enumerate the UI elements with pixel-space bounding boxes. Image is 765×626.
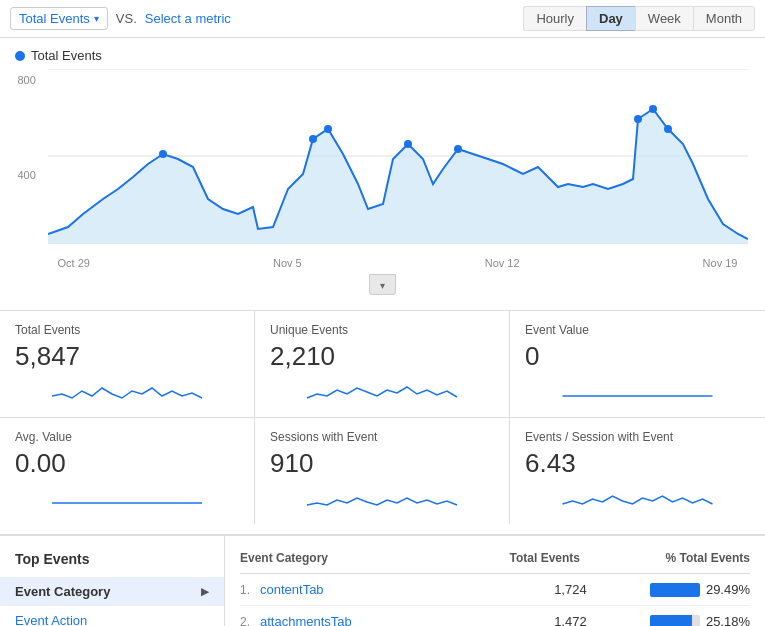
stat-value-events-per-session: 6.43 (525, 448, 750, 479)
svg-point-4 (159, 150, 167, 158)
stat-card-total-events: Total Events 5,847 (0, 311, 255, 418)
svg-point-5 (309, 135, 317, 143)
row-pct-2: 25.18% (706, 614, 750, 626)
y-label-400: 400 (18, 169, 36, 181)
nav-item-event-category[interactable]: Event Category ▶ (0, 577, 224, 606)
x-labels: Oct 29 Nov 5 Nov 12 Nov 19 (48, 257, 748, 269)
svg-point-11 (664, 125, 672, 133)
stat-label-total-events: Total Events (15, 323, 239, 337)
stat-label-avg-value: Avg. Value (15, 430, 239, 444)
nav-item-event-action-label: Event Action (15, 613, 87, 626)
stat-value-avg-value: 0.00 (15, 448, 239, 479)
stat-value-total-events: 5,847 (15, 341, 239, 372)
stat-label-events-per-session: Events / Session with Event (525, 430, 750, 444)
time-tabs: Hourly Day Week Month (523, 6, 755, 31)
sparkline-total-events (15, 376, 239, 406)
svg-point-9 (634, 115, 642, 123)
row-count-1: 1,724 (478, 582, 587, 597)
bar-bg-2 (650, 615, 700, 627)
table-row: 1. contentTab 1,724 29.49% (240, 574, 750, 606)
stat-label-event-value: Event Value (525, 323, 750, 337)
x-label-oct29: Oct 29 (58, 257, 90, 269)
stat-card-events-per-session: Events / Session with Event 6.43 (510, 418, 765, 524)
col-header-percent: % Total Events (580, 551, 750, 565)
sparkline-sessions (270, 483, 494, 513)
dropdown-icon: ▾ (94, 13, 99, 24)
x-label-nov19: Nov 19 (703, 257, 738, 269)
chart-collapse: ▾ (15, 274, 750, 295)
left-nav: Top Events Event Category ▶ Event Action… (0, 536, 225, 626)
row-bar-cell-1: 29.49% (587, 582, 750, 597)
stats-grid: Total Events 5,847 Unique Events 2,210 E… (0, 310, 765, 524)
nav-arrow-icon: ▶ (201, 586, 209, 597)
toolbar: Total Events ▾ VS. Select a metric Hourl… (0, 0, 765, 38)
svg-point-7 (404, 140, 412, 148)
bar-bg-1 (650, 583, 700, 597)
toolbar-left: Total Events ▾ VS. Select a metric (10, 7, 231, 30)
row-bar-cell-2: 25.18% (587, 614, 750, 626)
row-name-1[interactable]: contentTab (260, 582, 478, 597)
row-name-2[interactable]: attachmentsTab (260, 614, 478, 626)
tab-month[interactable]: Month (693, 6, 755, 31)
row-count-2: 1,472 (478, 614, 587, 626)
svg-marker-3 (48, 109, 748, 244)
bar-fill-2 (650, 615, 693, 627)
stat-card-avg-value: Avg. Value 0.00 (0, 418, 255, 524)
select-metric[interactable]: Select a metric (145, 11, 231, 26)
chart-area: Total Events 800 400 (0, 38, 765, 300)
sparkline-events-per-session (525, 483, 750, 513)
metric-selector[interactable]: Total Events ▾ (10, 7, 108, 30)
x-label-nov5: Nov 5 (273, 257, 302, 269)
x-label-nov12: Nov 12 (485, 257, 520, 269)
y-axis: 800 400 (18, 69, 36, 269)
stat-label-sessions: Sessions with Event (270, 430, 494, 444)
table-row: 2. attachmentsTab 1,472 25.18% (240, 606, 750, 626)
chart-legend: Total Events (15, 48, 750, 63)
tab-hourly[interactable]: Hourly (523, 6, 586, 31)
col-header-category: Event Category (240, 551, 467, 565)
stat-value-unique-events: 2,210 (270, 341, 494, 372)
row-num-1: 1. (240, 583, 260, 597)
tab-day[interactable]: Day (586, 6, 635, 31)
stat-value-sessions: 910 (270, 448, 494, 479)
tab-week[interactable]: Week (635, 6, 693, 31)
bar-fill-1 (650, 583, 700, 597)
legend-dot (15, 51, 25, 61)
collapse-button[interactable]: ▾ (369, 274, 396, 295)
nav-item-event-action[interactable]: Event Action (0, 606, 224, 626)
chart-container: 800 400 (18, 69, 748, 269)
row-pct-1: 29.49% (706, 582, 750, 597)
right-table: Event Category Total Events % Total Even… (225, 536, 765, 626)
svg-point-10 (649, 105, 657, 113)
stat-label-unique-events: Unique Events (270, 323, 494, 337)
bottom-section: Top Events Event Category ▶ Event Action… (0, 534, 765, 626)
collapse-arrow-icon: ▾ (380, 280, 385, 291)
stat-value-event-value: 0 (525, 341, 750, 372)
table-header: Event Category Total Events % Total Even… (240, 546, 750, 574)
nav-item-event-category-label: Event Category (15, 584, 110, 599)
top-events-header: Top Events (0, 546, 224, 577)
stat-card-unique-events: Unique Events 2,210 (255, 311, 510, 418)
svg-point-8 (454, 145, 462, 153)
col-header-events: Total Events (467, 551, 580, 565)
metric-label: Total Events (19, 11, 90, 26)
legend-label: Total Events (31, 48, 102, 63)
stat-card-event-value: Event Value 0 (510, 311, 765, 418)
vs-label: VS. (116, 11, 137, 26)
chart-svg (48, 69, 748, 244)
y-label-800: 800 (18, 74, 36, 86)
row-num-2: 2. (240, 615, 260, 627)
stat-card-sessions: Sessions with Event 910 (255, 418, 510, 524)
svg-point-6 (324, 125, 332, 133)
sparkline-avg-value (15, 483, 239, 513)
sparkline-unique-events (270, 376, 494, 406)
sparkline-event-value (525, 376, 750, 406)
